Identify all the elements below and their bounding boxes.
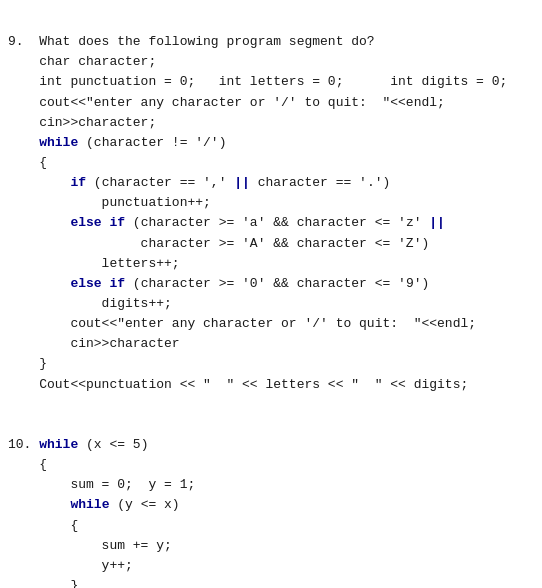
- code-content: 9. What does the following program segme…: [0, 8, 542, 588]
- q9-number: 9. What does the following program segme…: [8, 34, 507, 391]
- q10-number: 10. while (x <= 5) { sum = 0; y = 1; whi…: [8, 437, 211, 588]
